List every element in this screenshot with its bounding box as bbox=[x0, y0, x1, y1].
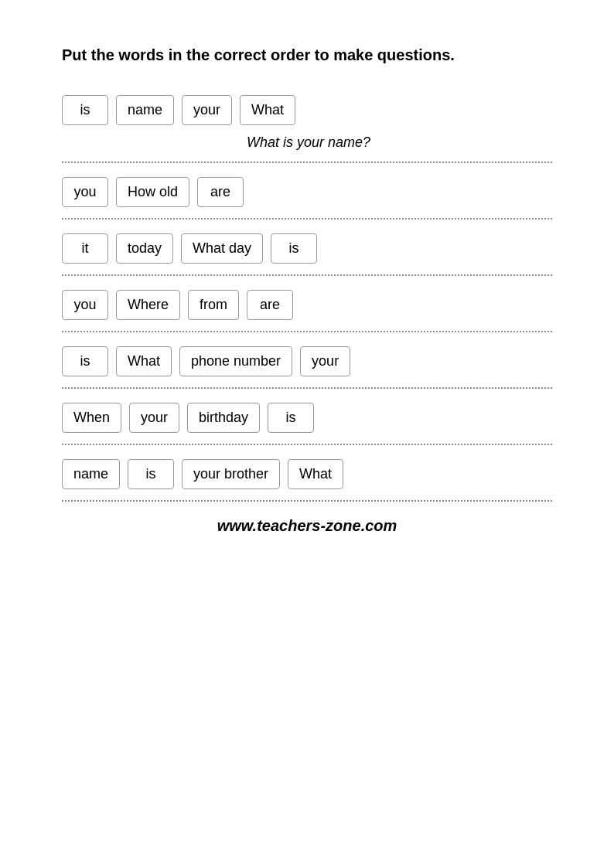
word-box-3-3: are bbox=[247, 290, 293, 320]
word-box-6-3: What bbox=[288, 459, 343, 489]
word-row-6: nameisyour brotherWhat bbox=[62, 459, 552, 489]
word-box-4-1: What bbox=[116, 346, 172, 376]
word-row-3: youWherefromare bbox=[62, 290, 552, 320]
word-box-2-2: What day bbox=[181, 233, 263, 264]
word-box-0-3: What bbox=[240, 95, 295, 125]
word-row-1: youHow oldare bbox=[62, 177, 552, 207]
word-box-2-0: it bbox=[62, 233, 108, 264]
word-box-4-2: phone number bbox=[179, 346, 292, 376]
word-box-4-0: is bbox=[62, 346, 108, 376]
word-box-1-0: you bbox=[62, 177, 108, 207]
question-group-5: Whenyourbirthdayis bbox=[62, 403, 552, 433]
word-row-4: isWhatphone numberyour bbox=[62, 346, 552, 376]
footer-url: www.teachers-zone.com bbox=[62, 517, 552, 535]
word-box-5-1: your bbox=[129, 403, 179, 433]
word-box-6-2: your brother bbox=[182, 459, 280, 489]
question-group-4: isWhatphone numberyour bbox=[62, 346, 552, 376]
word-box-3-1: Where bbox=[116, 290, 180, 320]
dotted-divider-3 bbox=[62, 331, 552, 332]
word-box-1-1: How old bbox=[116, 177, 189, 207]
word-box-6-0: name bbox=[62, 459, 120, 489]
word-box-4-3: your bbox=[300, 346, 350, 376]
word-box-3-0: you bbox=[62, 290, 108, 320]
word-box-2-3: is bbox=[271, 233, 317, 264]
word-box-0-1: name bbox=[116, 95, 174, 125]
question-group-6: nameisyour brotherWhat bbox=[62, 459, 552, 489]
page-title: Put the words in the correct order to ma… bbox=[62, 46, 552, 64]
dotted-divider-6 bbox=[62, 500, 552, 502]
word-box-5-0: When bbox=[62, 403, 121, 433]
word-box-6-1: is bbox=[128, 459, 174, 489]
dotted-divider-0 bbox=[62, 162, 552, 163]
question-group-3: youWherefromare bbox=[62, 290, 552, 320]
word-row-0: isnameyourWhat bbox=[62, 95, 552, 125]
word-box-0-2: your bbox=[182, 95, 232, 125]
dotted-divider-5 bbox=[62, 444, 552, 445]
dotted-divider-2 bbox=[62, 274, 552, 276]
answer-line-0: What is your name? bbox=[62, 134, 552, 151]
word-box-3-2: from bbox=[188, 290, 239, 320]
word-box-1-2: are bbox=[197, 177, 244, 207]
word-box-0-0: is bbox=[62, 95, 108, 125]
word-box-5-3: is bbox=[268, 403, 314, 433]
word-box-2-1: today bbox=[116, 233, 173, 264]
dotted-divider-4 bbox=[62, 387, 552, 389]
question-group-1: youHow oldare bbox=[62, 177, 552, 207]
word-box-5-2: birthday bbox=[187, 403, 260, 433]
dotted-divider-1 bbox=[62, 218, 552, 220]
question-group-2: ittodayWhat dayis bbox=[62, 233, 552, 264]
page: Put the words in the correct order to ma… bbox=[0, 0, 614, 868]
word-row-5: Whenyourbirthdayis bbox=[62, 403, 552, 433]
question-group-0: isnameyourWhatWhat is your name? bbox=[62, 95, 552, 151]
word-row-2: ittodayWhat dayis bbox=[62, 233, 552, 264]
